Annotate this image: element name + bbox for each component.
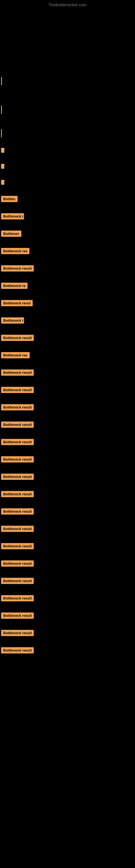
list-item: Bottleneck result <box>1 474 34 480</box>
list-item: Bottleneck result <box>1 404 34 410</box>
vertical-bar-3 <box>1 129 2 137</box>
vertical-bar-2 <box>1 106 2 114</box>
list-item: Bottleneck result <box>1 439 34 445</box>
list-item: Bottleneck result <box>1 369 34 376</box>
list-item: Bottleneck result <box>1 491 34 497</box>
vertical-bar-1 <box>1 77 2 85</box>
list-item: Bottlen <box>1 196 17 202</box>
list-item: Bottleneck result <box>1 595 34 601</box>
list-item: Bottleneck res <box>1 352 30 358</box>
list-item: Bottleneck result <box>1 335 34 341</box>
list-item: Bottleneck res <box>1 248 30 254</box>
list-item: Bottlenec <box>1 230 21 237</box>
list-item: Bottleneck re <box>1 283 28 289</box>
list-item: Bottleneck r <box>1 317 24 323</box>
list-item: Bottleneck result <box>1 508 34 515</box>
list-item: Bottleneck result <box>1 613 34 619</box>
list-item: Bottleneck resul <box>1 300 33 306</box>
list-item: Bottleneck result <box>1 578 34 584</box>
result-block-1 <box>1 148 4 153</box>
list-item: Bottleneck result <box>1 387 34 393</box>
list-item: Bottleneck result <box>1 526 34 532</box>
list-item: Bottleneck result <box>1 560 34 567</box>
list-item: Bottleneck result <box>1 630 34 636</box>
result-block-3 <box>1 180 4 185</box>
list-item: Bottleneck result <box>1 265 34 272</box>
result-block-2 <box>1 164 4 169</box>
list-item: Bottleneck result <box>1 543 34 549</box>
list-item: Bottleneck result <box>1 456 34 463</box>
site-title: TheBottlenecker.com <box>0 0 135 8</box>
list-item: Bottleneck result <box>1 422 34 428</box>
list-item: Bottleneck result <box>1 647 34 653</box>
list-item: Bottleneck r <box>1 213 24 219</box>
